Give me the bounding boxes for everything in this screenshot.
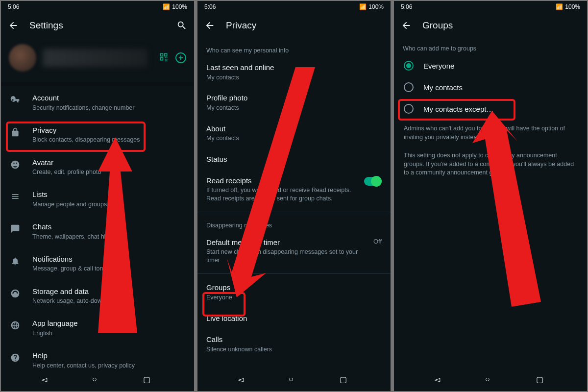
nav-back-icon[interactable]: ◅ <box>434 375 445 386</box>
nav-home-icon[interactable]: ○ <box>289 375 299 386</box>
item-title: Read receipts <box>206 176 364 186</box>
privacy-item-status[interactable]: Status <box>197 148 391 170</box>
privacy-item-groups[interactable]: Groups Everyone <box>197 277 391 307</box>
item-sub: Manage people and groups <box>32 200 186 208</box>
item-sub: Start new chats with disappearing messag… <box>206 248 368 265</box>
settings-item-notifications[interactable]: Notifications Message, group & call tone… <box>1 247 194 280</box>
privacy-item-profilephoto[interactable]: Profile photo My contacts <box>197 87 391 118</box>
item-title: Default message timer <box>206 238 368 247</box>
settings-item-chats[interactable]: Chats Theme, wallpapers, chat history <box>1 215 194 247</box>
screen-groups: 5:06 📶100% Groups Who can add me to grou… <box>394 1 587 391</box>
privacy-item-calls[interactable]: Calls Silence unknown callers <box>197 329 391 359</box>
profile-name-blur <box>43 49 147 67</box>
item-title: Chats <box>32 222 186 232</box>
privacy-item-timer[interactable]: Default message timer Start new chats wi… <box>197 232 391 270</box>
globe-icon <box>10 320 21 331</box>
item-title: Notifications <box>32 254 186 264</box>
item-title: Avatar <box>32 158 186 168</box>
back-icon[interactable] <box>204 20 215 31</box>
item-title: Calls <box>206 335 382 344</box>
info-text: This setting does not apply to community… <box>394 147 587 182</box>
item-sub: English <box>32 329 186 337</box>
header: Privacy <box>197 13 391 38</box>
header: Settings <box>1 13 194 38</box>
settings-item-language[interactable]: App language English <box>1 312 194 344</box>
item-title: App language <box>32 318 186 328</box>
status-time: 5:06 <box>8 3 19 10</box>
back-icon[interactable] <box>401 20 412 31</box>
help-icon <box>10 352 21 363</box>
nav-recent-icon[interactable]: ▢ <box>143 375 154 386</box>
nav-back-icon[interactable]: ◅ <box>41 375 52 386</box>
privacy-item-livelocation[interactable]: Live location <box>197 308 391 329</box>
lock-icon <box>10 127 21 138</box>
privacy-item-receipts[interactable]: Read receipts If turned off, you won't s… <box>197 170 391 209</box>
page-title: Settings <box>29 20 166 31</box>
nav-home-icon[interactable]: ○ <box>92 375 103 386</box>
divider <box>1 82 194 86</box>
chats-icon <box>10 223 21 234</box>
back-icon[interactable] <box>8 20 19 31</box>
data-icon <box>10 288 21 299</box>
add-icon[interactable]: + <box>175 52 186 63</box>
screen-privacy: 5:06 📶100% Privacy Who can see my person… <box>197 1 391 391</box>
item-sub: Everyone <box>206 294 382 302</box>
nav-back-icon[interactable]: ◅ <box>238 375 248 386</box>
item-value: Off <box>373 238 382 245</box>
toggle-switch[interactable] <box>364 177 382 186</box>
status-bar: 5:06 📶100% <box>1 1 194 13</box>
radio-mycontacts[interactable]: My contacts <box>394 76 587 98</box>
item-sub: Security notifications, change number <box>32 104 186 112</box>
item-title: Help <box>32 351 186 361</box>
nav-bar: ◅ ○ ▢ <box>197 369 391 391</box>
section-header: Who can see my personal info <box>197 40 391 57</box>
item-title: Lists <box>32 190 186 199</box>
divider <box>197 212 391 212</box>
nav-recent-icon[interactable]: ▢ <box>536 375 547 386</box>
radio-everyone[interactable]: Everyone <box>394 55 587 76</box>
status-bar: 5:06 📶100% <box>197 1 391 13</box>
settings-item-account[interactable]: Account Security notifications, change n… <box>1 86 194 119</box>
page-title: Privacy <box>226 20 384 31</box>
lists-icon <box>10 191 21 202</box>
qr-icon[interactable] <box>159 52 169 64</box>
face-icon <box>10 159 21 170</box>
item-sub: Network usage, auto-download <box>32 297 186 305</box>
profile-row[interactable]: + <box>1 38 194 82</box>
item-title: Live location <box>206 314 382 323</box>
nav-home-icon[interactable]: ○ <box>485 375 496 386</box>
item-sub: My contacts <box>206 104 382 112</box>
item-title: Storage and data <box>32 287 186 296</box>
item-title: Status <box>206 154 382 164</box>
radio-icon <box>404 82 414 92</box>
header: Groups <box>394 13 587 38</box>
item-sub: If turned off, you won't send or receive… <box>206 186 364 203</box>
privacy-item-about[interactable]: About My contacts <box>197 118 391 148</box>
item-sub: My contacts <box>206 134 382 143</box>
key-icon <box>10 95 21 105</box>
status-time: 5:06 <box>204 3 216 10</box>
search-icon[interactable] <box>176 20 187 31</box>
radio-label: My contacts except… <box>423 105 493 113</box>
nav-recent-icon[interactable]: ▢ <box>340 375 350 386</box>
settings-item-avatar[interactable]: Avatar Create, edit, profile photo <box>1 151 194 183</box>
settings-item-privacy[interactable]: Privacy Block contacts, disappearing mes… <box>1 119 194 151</box>
bell-icon <box>10 256 21 267</box>
item-title: Privacy <box>32 125 186 135</box>
divider <box>197 273 391 274</box>
item-title: About <box>206 124 382 134</box>
privacy-item-lastseen[interactable]: Last seen and online My contacts <box>197 57 391 87</box>
page-title: Groups <box>422 20 580 31</box>
status-right: 📶100% <box>163 3 187 10</box>
info-text: Admins who can't add you to a group will… <box>394 120 587 147</box>
settings-item-storage[interactable]: Storage and data Network usage, auto-dow… <box>1 280 194 312</box>
radio-label: Everyone <box>423 62 454 70</box>
radio-icon <box>404 104 414 114</box>
nav-bar: ◅ ○ ▢ <box>1 369 194 391</box>
settings-item-lists[interactable]: Lists Manage people and groups <box>1 183 194 215</box>
item-sub: My contacts <box>206 74 382 82</box>
item-sub: Silence unknown callers <box>206 345 382 354</box>
radio-mycontactsexcept[interactable]: My contacts except… <box>394 98 587 120</box>
item-sub: Theme, wallpapers, chat history <box>32 233 186 241</box>
item-title: Last seen and online <box>206 63 382 73</box>
